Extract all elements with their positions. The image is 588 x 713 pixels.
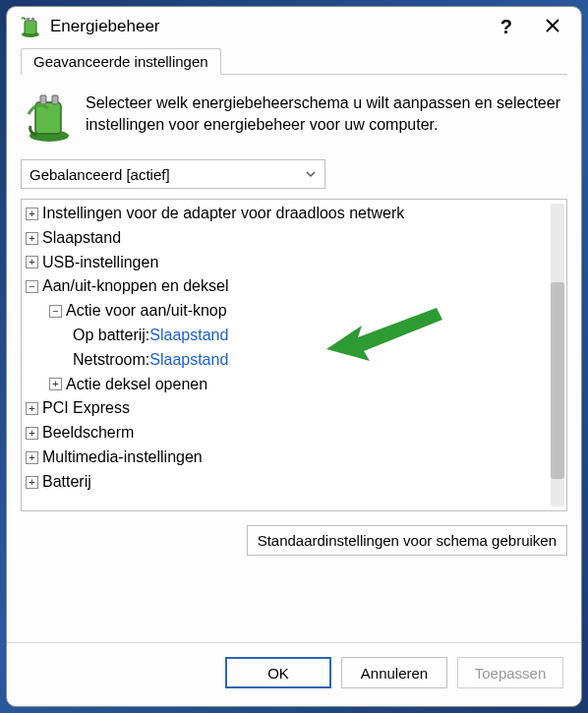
ok-button[interactable]: OK xyxy=(225,657,331,688)
tree-node-power-buttons-lid[interactable]: − Aan/uit-knoppen en deksel xyxy=(26,274,562,299)
svg-rect-7 xyxy=(52,95,58,104)
apply-button: Toepassen xyxy=(457,657,563,688)
intro-text: Selecteer welk energiebeheerschema u wil… xyxy=(86,92,561,144)
plugged-in-value[interactable]: Slaapstand xyxy=(149,348,228,373)
tree-node-multimedia-settings[interactable]: + Multimedia-instellingen xyxy=(26,446,562,470)
svg-rect-6 xyxy=(40,95,46,104)
expand-icon[interactable]: + xyxy=(26,232,38,245)
close-button[interactable] xyxy=(538,17,567,37)
intro-block: Selecteer welk energiebeheerschema u wil… xyxy=(21,85,567,157)
tree-node-lid-open-action[interactable]: + Actie deksel openen xyxy=(26,373,562,397)
expand-icon[interactable]: + xyxy=(49,378,62,390)
tree-node-sleep[interactable]: + Slaapstand xyxy=(26,226,562,251)
power-options-icon xyxy=(19,15,42,38)
window-title: Energiebeheer xyxy=(50,17,475,36)
expand-icon[interactable]: + xyxy=(26,476,38,489)
tree-node-pci-express[interactable]: + PCI Express xyxy=(26,396,562,421)
tree-node-usb-settings[interactable]: + USB-instellingen xyxy=(26,251,562,275)
tab-advanced-settings[interactable]: Geavanceerde instellingen xyxy=(21,48,221,75)
expand-icon[interactable]: + xyxy=(26,451,38,464)
restore-defaults-button[interactable]: Standaardinstellingen voor schema gebrui… xyxy=(247,525,567,556)
tab-strip: Geavanceerde instellingen xyxy=(21,48,567,75)
expand-icon[interactable]: + xyxy=(26,256,38,268)
power-plan-icon xyxy=(27,92,72,144)
on-battery-value[interactable]: Slaapstand xyxy=(149,324,228,348)
expand-icon[interactable]: + xyxy=(26,208,38,220)
dropdown-selected-value: Gebalanceerd [actief] xyxy=(29,166,170,183)
svg-rect-1 xyxy=(25,21,36,34)
tree-node-battery[interactable]: + Batterij xyxy=(26,470,562,495)
tree-leaf-plugged-in[interactable]: Netstroom: Slaapstand xyxy=(26,348,562,373)
tree-leaf-on-battery[interactable]: Op batterij: Slaapstand xyxy=(26,324,562,348)
svg-rect-3 xyxy=(31,18,34,22)
vertical-scrollbar[interactable] xyxy=(551,204,564,506)
help-button[interactable]: ? xyxy=(483,16,530,38)
svg-rect-2 xyxy=(27,18,29,22)
scrollbar-thumb[interactable] xyxy=(551,282,564,479)
chevron-down-icon xyxy=(305,166,317,183)
tab-body: Selecteer welk energiebeheerschema u wil… xyxy=(7,75,581,642)
collapse-icon[interactable]: − xyxy=(26,280,38,293)
tree-node-display[interactable]: + Beeldscherm xyxy=(26,421,562,446)
tree-node-power-button-action[interactable]: − Actie voor aan/uit-knop xyxy=(26,299,562,324)
settings-tree: + Instellingen voor de adapter voor draa… xyxy=(21,199,567,511)
tree-node-wireless-adapter[interactable]: + Instellingen voor de adapter voor draa… xyxy=(26,202,562,226)
collapse-icon[interactable]: − xyxy=(49,305,62,318)
power-plan-dropdown[interactable]: Gebalanceerd [actief] xyxy=(21,159,325,189)
expand-icon[interactable]: + xyxy=(26,427,38,440)
titlebar: Energiebeheer ? xyxy=(7,7,581,44)
dialog-window: Energiebeheer ? Geavanceerde instellinge… xyxy=(6,6,582,707)
dialog-footer: OK Annuleren Toepassen xyxy=(7,642,581,706)
cancel-button[interactable]: Annuleren xyxy=(341,657,447,688)
expand-icon[interactable]: + xyxy=(26,402,38,415)
